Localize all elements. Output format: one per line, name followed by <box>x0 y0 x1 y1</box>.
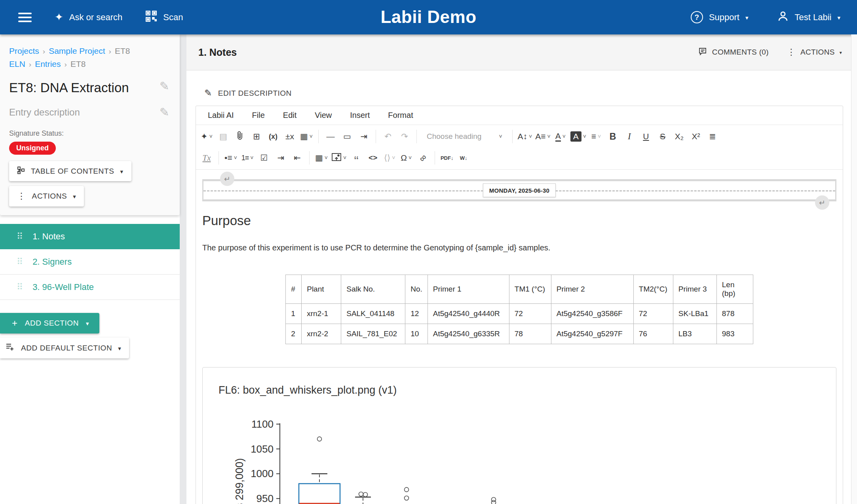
sidebar-item-96-well-plate[interactable]: ⠿ 3. 96-Well Plate <box>0 275 180 300</box>
table-header-cell[interactable]: Primer 3 <box>673 275 716 304</box>
edit-description-pencil-icon[interactable]: ✎ <box>160 106 169 118</box>
math-formula-button[interactable]: ±x <box>281 129 298 144</box>
drag-handle-icon[interactable]: ⠿ <box>17 257 23 267</box>
menu-format[interactable]: Format <box>388 111 413 120</box>
inline-code-button[interactable]: <> <box>365 150 381 166</box>
add-section-button[interactable]: + ADD SECTION ▾ <box>0 313 99 333</box>
link-button[interactable]: ∞ <box>414 150 431 166</box>
highlight-button[interactable]: A˅ <box>569 129 588 144</box>
horizontal-rule-button[interactable]: — <box>322 129 339 144</box>
table-cell[interactable]: 983 <box>716 324 753 344</box>
alignment-button[interactable]: ≡˅ <box>588 129 604 144</box>
numbered-list-button[interactable]: 1≡˅ <box>239 150 256 166</box>
table-cell[interactable]: xrn2-2 <box>302 324 341 344</box>
sidebar-item-signers[interactable]: ⠿ 2. Signers <box>0 249 180 275</box>
attachment-button[interactable] <box>232 129 248 144</box>
section-break-button[interactable]: ⇥ <box>355 129 372 144</box>
comments-button[interactable]: COMMENTS (0) <box>698 47 769 58</box>
table-cell[interactable]: 78 <box>509 324 551 344</box>
table-header-cell[interactable]: Salk No. <box>341 275 405 304</box>
italic-button[interactable]: I <box>621 129 638 144</box>
restricted-editing-button[interactable]: ≣ <box>704 129 721 144</box>
ask-or-search-button[interactable]: ✦ Ask or search <box>55 12 122 23</box>
breadcrumb-link-entries[interactable]: Entries <box>35 59 61 68</box>
insert-image-button[interactable]: ˅ <box>330 150 348 166</box>
sidebar-actions-button[interactable]: ⋮ ACTIONS ▾ <box>9 186 84 207</box>
edit-title-pencil-icon[interactable]: ✎ <box>160 80 169 92</box>
table-cell[interactable]: 72 <box>509 304 551 324</box>
outdent-button[interactable]: ⇤ <box>289 150 306 166</box>
sidebar-item-notes[interactable]: ⠿ 1. Notes <box>0 224 180 249</box>
font-family-button[interactable]: A≡˅ <box>534 129 552 144</box>
table-header-cell[interactable]: No. <box>405 275 428 304</box>
table-cell[interactable]: SK-LBa1 <box>673 304 716 324</box>
table-cell[interactable]: 76 <box>633 324 673 344</box>
code-block-button[interactable]: ⟨⟩˅ <box>381 150 398 166</box>
drag-handle-icon[interactable]: ⠿ <box>17 282 23 292</box>
vertical-scrollbar[interactable] <box>851 34 857 504</box>
table-cell[interactable]: LB3 <box>673 324 716 344</box>
document-paragraph[interactable]: The purpose of this experiment is to use… <box>202 243 836 252</box>
support-menu-button[interactable]: ? Support ▾ <box>691 11 749 23</box>
clear-formatting-button[interactable]: Tx <box>198 150 215 166</box>
bullet-list-button[interactable]: •≡˅ <box>222 150 239 166</box>
table-of-contents-button[interactable]: TABLE OF CONTENTS ▾ <box>9 161 131 181</box>
table-cell[interactable]: xrn2-1 <box>302 304 341 324</box>
document-heading[interactable]: Purpose <box>202 213 836 228</box>
table-header-cell[interactable]: Plant <box>302 275 341 304</box>
bold-button[interactable]: B <box>604 129 621 144</box>
menu-labii-ai[interactable]: Labii AI <box>208 111 234 120</box>
subscript-button[interactable]: X₂ <box>671 129 688 144</box>
menu-view[interactable]: View <box>315 111 332 120</box>
hamburger-menu-button[interactable] <box>18 13 32 22</box>
special-characters-button[interactable]: Ω˅ <box>398 150 414 166</box>
menu-insert[interactable]: Insert <box>350 111 370 120</box>
heading-dropdown[interactable]: Choose heading ˅ <box>420 132 509 141</box>
insert-block-button[interactable]: ⊞ <box>248 129 265 144</box>
strikethrough-button[interactable]: S <box>654 129 671 144</box>
table-header-cell[interactable]: TM1 (°C) <box>509 275 551 304</box>
primer-table[interactable]: # Plant Salk No. No. Primer 1 TM1 (°C) P… <box>285 275 753 344</box>
undo-button[interactable]: ↶ <box>380 129 396 144</box>
insert-paragraph-after-button[interactable]: ↵ <box>815 195 829 210</box>
table-cell[interactable]: 72 <box>633 304 673 324</box>
table-cell[interactable]: At5g42540_g4440R <box>428 304 509 324</box>
table-header-cell[interactable]: Primer 1 <box>428 275 509 304</box>
table-cell[interactable]: At5g42540_g3586F <box>551 304 633 324</box>
insert-datetime-button[interactable]: ▦˅ <box>298 129 315 144</box>
table-cell[interactable]: 12 <box>405 304 428 324</box>
figure-widget[interactable]: FL6: box_and_whiskers_plot.png (v1) 1100… <box>202 367 836 504</box>
drag-handle-icon[interactable]: ⠿ <box>17 231 23 242</box>
redo-button[interactable]: ↷ <box>396 129 413 144</box>
insert-paragraph-before-button[interactable]: ↵ <box>220 172 234 186</box>
superscript-button[interactable]: X² <box>688 129 704 144</box>
table-cell[interactable]: 2 <box>286 324 302 344</box>
table-header-cell[interactable]: # <box>286 275 302 304</box>
table-header-cell[interactable]: TM2(°C) <box>633 275 673 304</box>
table-cell[interactable]: SAIL_781_E02 <box>341 324 405 344</box>
table-cell[interactable]: At5g42540_g6335R <box>428 324 509 344</box>
date-divider-widget[interactable]: ↵ MONDAY, 2025-06-30 ↵ <box>202 179 836 201</box>
indent-button[interactable]: ⇥ <box>272 150 289 166</box>
breadcrumb-link-sample-project[interactable]: Sample Project <box>49 46 105 55</box>
insert-variable-button[interactable]: (x) <box>265 129 281 144</box>
table-header-cell[interactable]: Primer 2 <box>551 275 633 304</box>
edit-description-button[interactable]: ✎ EDIT DESCRIPTION <box>204 89 843 98</box>
table-cell[interactable]: At5g42540_g5297F <box>551 324 633 344</box>
export-pdf-button[interactable]: PDF↓ <box>439 150 455 166</box>
todo-list-button[interactable]: ☑ <box>256 150 272 166</box>
breadcrumb-link-eln[interactable]: ELN <box>9 59 25 68</box>
underline-button[interactable]: U <box>638 129 654 144</box>
template-button[interactable]: ▤ <box>215 129 232 144</box>
export-word-button[interactable]: W↓ <box>455 150 472 166</box>
page-break-button[interactable]: ▭ <box>339 129 355 144</box>
table-header-cell[interactable]: Len (bp) <box>716 275 753 304</box>
main-actions-button[interactable]: ⋮ ACTIONS ▾ <box>787 47 842 57</box>
font-color-button[interactable]: A˅ <box>552 129 569 144</box>
menu-edit[interactable]: Edit <box>283 111 296 120</box>
scan-button[interactable]: Scan <box>145 10 183 25</box>
menu-file[interactable]: File <box>252 111 265 120</box>
table-cell[interactable]: 10 <box>405 324 428 344</box>
ai-magic-wand-button[interactable]: ✦˅ <box>198 129 215 144</box>
user-menu-button[interactable]: Test Labii ▾ <box>777 10 840 25</box>
